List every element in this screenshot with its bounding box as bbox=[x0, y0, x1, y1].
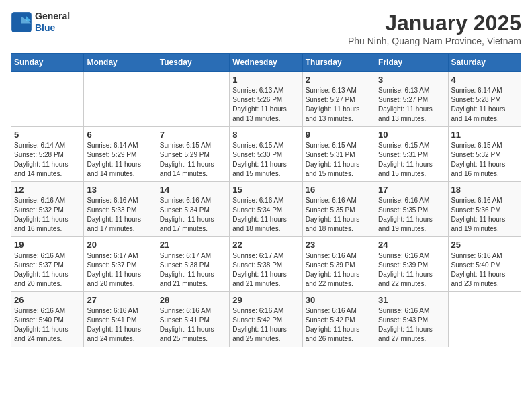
day-header-saturday: Saturday bbox=[448, 54, 521, 72]
day-number: 2 bbox=[306, 75, 372, 85]
days-header-row: SundayMondayTuesdayWednesdayThursdayFrid… bbox=[11, 54, 521, 72]
day-number: 24 bbox=[378, 240, 445, 250]
header: General Blue January 2025 Phu Ninh, Quan… bbox=[11, 11, 521, 46]
day-number: 3 bbox=[378, 75, 445, 85]
logo-text: General Blue bbox=[35, 11, 70, 34]
day-header-wednesday: Wednesday bbox=[230, 54, 302, 72]
week-row-4: 19Sunrise: 6:16 AM Sunset: 5:37 PM Dayli… bbox=[11, 237, 521, 292]
day-cell-31: 31Sunrise: 6:16 AM Sunset: 5:43 PM Dayli… bbox=[375, 292, 448, 347]
empty-cell bbox=[11, 72, 84, 127]
day-number: 26 bbox=[14, 295, 81, 305]
day-cell-5: 5Sunrise: 6:14 AM Sunset: 5:28 PM Daylig… bbox=[11, 127, 84, 182]
day-info: Sunrise: 6:16 AM Sunset: 5:37 PM Dayligh… bbox=[14, 251, 81, 289]
day-cell-16: 16Sunrise: 6:16 AM Sunset: 5:35 PM Dayli… bbox=[302, 182, 375, 237]
day-cell-20: 20Sunrise: 6:17 AM Sunset: 5:37 PM Dayli… bbox=[84, 237, 157, 292]
day-info: Sunrise: 6:16 AM Sunset: 5:39 PM Dayligh… bbox=[306, 251, 372, 289]
day-cell-3: 3Sunrise: 6:13 AM Sunset: 5:27 PM Daylig… bbox=[375, 72, 448, 127]
day-cell-28: 28Sunrise: 6:16 AM Sunset: 5:41 PM Dayli… bbox=[157, 292, 229, 347]
day-header-monday: Monday bbox=[84, 54, 157, 72]
day-cell-1: 1Sunrise: 6:13 AM Sunset: 5:26 PM Daylig… bbox=[230, 72, 302, 127]
day-number: 18 bbox=[451, 185, 518, 195]
day-number: 12 bbox=[14, 185, 81, 195]
day-info: Sunrise: 6:17 AM Sunset: 5:38 PM Dayligh… bbox=[232, 251, 299, 289]
day-info: Sunrise: 6:16 AM Sunset: 5:36 PM Dayligh… bbox=[451, 196, 518, 234]
day-number: 5 bbox=[14, 130, 81, 140]
empty-cell bbox=[84, 72, 157, 127]
week-row-5: 26Sunrise: 6:16 AM Sunset: 5:40 PM Dayli… bbox=[11, 292, 521, 347]
week-row-1: 1Sunrise: 6:13 AM Sunset: 5:26 PM Daylig… bbox=[11, 72, 521, 127]
logo-icon bbox=[11, 11, 32, 33]
day-cell-8: 8Sunrise: 6:15 AM Sunset: 5:30 PM Daylig… bbox=[230, 127, 302, 182]
day-number: 19 bbox=[14, 240, 81, 250]
day-cell-10: 10Sunrise: 6:15 AM Sunset: 5:31 PM Dayli… bbox=[375, 127, 448, 182]
day-info: Sunrise: 6:17 AM Sunset: 5:38 PM Dayligh… bbox=[160, 251, 226, 289]
day-cell-22: 22Sunrise: 6:17 AM Sunset: 5:38 PM Dayli… bbox=[230, 237, 302, 292]
day-info: Sunrise: 6:13 AM Sunset: 5:27 PM Dayligh… bbox=[378, 86, 445, 124]
day-number: 21 bbox=[160, 240, 226, 250]
empty-cell bbox=[157, 72, 229, 127]
day-cell-6: 6Sunrise: 6:14 AM Sunset: 5:29 PM Daylig… bbox=[84, 127, 157, 182]
day-header-friday: Friday bbox=[375, 54, 448, 72]
day-info: Sunrise: 6:16 AM Sunset: 5:41 PM Dayligh… bbox=[87, 306, 153, 344]
day-cell-21: 21Sunrise: 6:17 AM Sunset: 5:38 PM Dayli… bbox=[157, 237, 229, 292]
day-info: Sunrise: 6:14 AM Sunset: 5:29 PM Dayligh… bbox=[87, 141, 153, 179]
day-cell-27: 27Sunrise: 6:16 AM Sunset: 5:41 PM Dayli… bbox=[84, 292, 157, 347]
day-number: 13 bbox=[87, 185, 153, 195]
day-cell-4: 4Sunrise: 6:14 AM Sunset: 5:28 PM Daylig… bbox=[448, 72, 521, 127]
day-number: 4 bbox=[451, 75, 518, 85]
day-info: Sunrise: 6:16 AM Sunset: 5:42 PM Dayligh… bbox=[306, 306, 372, 344]
day-number: 31 bbox=[378, 295, 445, 305]
day-info: Sunrise: 6:16 AM Sunset: 5:35 PM Dayligh… bbox=[378, 196, 445, 234]
day-cell-23: 23Sunrise: 6:16 AM Sunset: 5:39 PM Dayli… bbox=[302, 237, 375, 292]
day-number: 10 bbox=[378, 130, 445, 140]
day-cell-11: 11Sunrise: 6:15 AM Sunset: 5:32 PM Dayli… bbox=[448, 127, 521, 182]
day-info: Sunrise: 6:15 AM Sunset: 5:30 PM Dayligh… bbox=[232, 141, 299, 179]
day-number: 6 bbox=[87, 130, 153, 140]
day-header-sunday: Sunday bbox=[11, 54, 84, 72]
day-cell-26: 26Sunrise: 6:16 AM Sunset: 5:40 PM Dayli… bbox=[11, 292, 84, 347]
day-info: Sunrise: 6:14 AM Sunset: 5:28 PM Dayligh… bbox=[451, 86, 518, 124]
week-row-3: 12Sunrise: 6:16 AM Sunset: 5:32 PM Dayli… bbox=[11, 182, 521, 237]
day-info: Sunrise: 6:16 AM Sunset: 5:33 PM Dayligh… bbox=[87, 196, 153, 234]
empty-cell bbox=[448, 292, 521, 347]
day-cell-13: 13Sunrise: 6:16 AM Sunset: 5:33 PM Dayli… bbox=[84, 182, 157, 237]
day-number: 9 bbox=[306, 130, 372, 140]
day-cell-2: 2Sunrise: 6:13 AM Sunset: 5:27 PM Daylig… bbox=[302, 72, 375, 127]
day-number: 30 bbox=[306, 295, 372, 305]
day-info: Sunrise: 6:16 AM Sunset: 5:34 PM Dayligh… bbox=[160, 196, 226, 234]
day-number: 8 bbox=[232, 130, 299, 140]
day-number: 20 bbox=[87, 240, 153, 250]
day-info: Sunrise: 6:17 AM Sunset: 5:37 PM Dayligh… bbox=[87, 251, 153, 289]
week-row-2: 5Sunrise: 6:14 AM Sunset: 5:28 PM Daylig… bbox=[11, 127, 521, 182]
day-info: Sunrise: 6:15 AM Sunset: 5:29 PM Dayligh… bbox=[160, 141, 226, 179]
day-cell-25: 25Sunrise: 6:16 AM Sunset: 5:40 PM Dayli… bbox=[448, 237, 521, 292]
day-number: 22 bbox=[232, 240, 299, 250]
day-cell-17: 17Sunrise: 6:16 AM Sunset: 5:35 PM Dayli… bbox=[375, 182, 448, 237]
day-number: 27 bbox=[87, 295, 153, 305]
day-cell-15: 15Sunrise: 6:16 AM Sunset: 5:34 PM Dayli… bbox=[230, 182, 302, 237]
day-info: Sunrise: 6:16 AM Sunset: 5:43 PM Dayligh… bbox=[378, 306, 445, 344]
day-cell-24: 24Sunrise: 6:16 AM Sunset: 5:39 PM Dayli… bbox=[375, 237, 448, 292]
day-number: 15 bbox=[232, 185, 299, 195]
day-info: Sunrise: 6:16 AM Sunset: 5:35 PM Dayligh… bbox=[306, 196, 372, 234]
day-cell-18: 18Sunrise: 6:16 AM Sunset: 5:36 PM Dayli… bbox=[448, 182, 521, 237]
day-cell-12: 12Sunrise: 6:16 AM Sunset: 5:32 PM Dayli… bbox=[11, 182, 84, 237]
day-info: Sunrise: 6:15 AM Sunset: 5:32 PM Dayligh… bbox=[451, 141, 518, 179]
month-title: January 2025 bbox=[348, 11, 521, 36]
day-number: 11 bbox=[451, 130, 518, 140]
day-info: Sunrise: 6:16 AM Sunset: 5:40 PM Dayligh… bbox=[451, 251, 518, 289]
day-number: 7 bbox=[160, 130, 226, 140]
day-info: Sunrise: 6:14 AM Sunset: 5:28 PM Dayligh… bbox=[14, 141, 81, 179]
day-cell-30: 30Sunrise: 6:16 AM Sunset: 5:42 PM Dayli… bbox=[302, 292, 375, 347]
day-cell-9: 9Sunrise: 6:15 AM Sunset: 5:31 PM Daylig… bbox=[302, 127, 375, 182]
day-info: Sunrise: 6:13 AM Sunset: 5:27 PM Dayligh… bbox=[306, 86, 372, 124]
day-number: 28 bbox=[160, 295, 226, 305]
day-info: Sunrise: 6:16 AM Sunset: 5:40 PM Dayligh… bbox=[14, 306, 81, 344]
day-info: Sunrise: 6:16 AM Sunset: 5:42 PM Dayligh… bbox=[232, 306, 299, 344]
day-cell-19: 19Sunrise: 6:16 AM Sunset: 5:37 PM Dayli… bbox=[11, 237, 84, 292]
logo: General Blue bbox=[11, 11, 70, 34]
day-cell-7: 7Sunrise: 6:15 AM Sunset: 5:29 PM Daylig… bbox=[157, 127, 229, 182]
calendar-table: SundayMondayTuesdayWednesdayThursdayFrid… bbox=[11, 53, 521, 347]
day-cell-29: 29Sunrise: 6:16 AM Sunset: 5:42 PM Dayli… bbox=[230, 292, 302, 347]
day-number: 16 bbox=[306, 185, 372, 195]
